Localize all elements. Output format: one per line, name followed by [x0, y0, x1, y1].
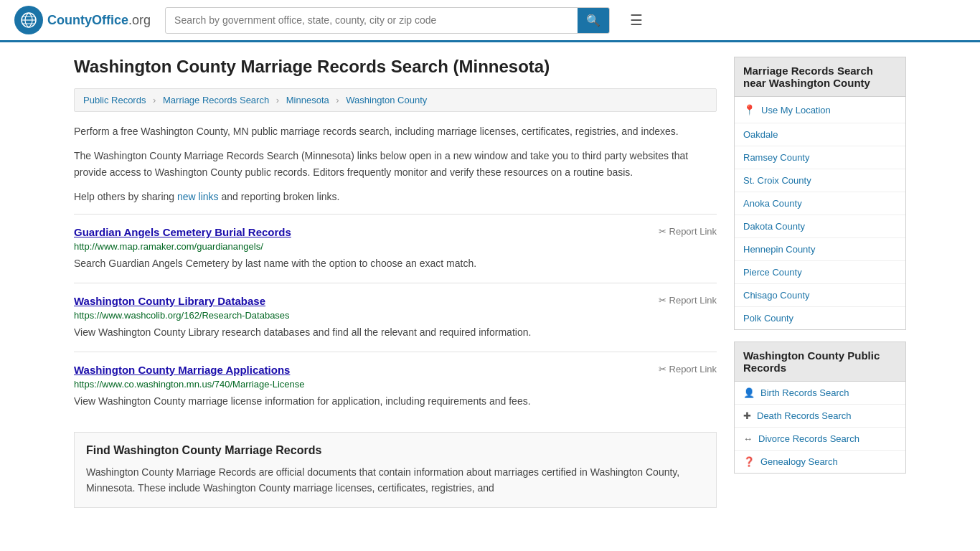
new-links-link[interactable]: new links — [177, 191, 219, 202]
record-list: Guardian Angels Cemetery Burial Records … — [74, 214, 717, 420]
nearby-link-stcroix[interactable]: St. Croix County — [743, 175, 811, 186]
nearby-link-chisago[interactable]: Chisago County — [743, 290, 810, 301]
site-logo[interactable]: CountyOffice.org — [14, 6, 151, 34]
breadcrumb: Public Records › Marriage Records Search… — [74, 88, 717, 112]
sidebar-nearby-body: 📍 Use My Location Oakdale Ramsey County … — [734, 97, 906, 330]
genealogy-search-link[interactable]: Genealogy Search — [760, 456, 838, 467]
report-link-btn-0[interactable]: Report Link — [659, 226, 717, 237]
find-section-text: Washington County Marriage Records are o… — [86, 464, 705, 496]
description-2: The Washington County Marriage Records S… — [74, 148, 717, 180]
scissor-icon — [659, 226, 666, 237]
search-input[interactable] — [166, 9, 578, 32]
record-title-2[interactable]: Washington County Marriage Applications — [74, 364, 290, 376]
record-item: Washington County Library Database Repor… — [74, 283, 717, 352]
nearby-link-hennepin[interactable]: Hennepin County — [743, 244, 815, 255]
sidebar-nearby-item: Chisago County — [735, 284, 905, 307]
nearby-link-polk[interactable]: Polk County — [743, 313, 793, 324]
find-section: Find Washington County Marriage Records … — [74, 432, 717, 509]
divorce-records-link[interactable]: Divorce Records Search — [758, 433, 859, 444]
find-section-title: Find Washington County Marriage Records — [86, 444, 705, 457]
sidebar-nearby-item: Oakdale — [735, 123, 905, 146]
scissor-icon — [659, 364, 666, 375]
report-link-btn-2[interactable]: Report Link — [659, 364, 717, 375]
sidebar-public-records-body: 👤 Birth Records Search ✚ Death Records S… — [734, 382, 906, 474]
death-records-link[interactable]: Death Records Search — [757, 410, 852, 421]
record-title-1[interactable]: Washington County Library Database — [74, 295, 265, 307]
breadcrumb-minnesota[interactable]: Minnesota — [286, 95, 329, 105]
scissor-icon — [659, 295, 666, 306]
search-button[interactable]: 🔍 — [578, 8, 609, 33]
sidebar-nearby-item: Pierce County — [735, 261, 905, 284]
record-item: Guardian Angels Cemetery Burial Records … — [74, 214, 717, 283]
arrows-icon: ↔ — [743, 433, 753, 444]
logo-icon — [14, 6, 43, 34]
page-title: Washington County Marriage Records Searc… — [74, 57, 717, 77]
record-title-0[interactable]: Guardian Angels Cemetery Burial Records — [74, 226, 291, 238]
logo-text: CountyOffice.org — [47, 13, 151, 28]
description-1: Perform a free Washington County, MN pub… — [74, 123, 717, 139]
sidebar-nearby-item: Anoka County — [735, 192, 905, 215]
sidebar-nearby-item: Dakota County — [735, 215, 905, 238]
search-bar: 🔍 — [165, 7, 610, 34]
record-desc-2: View Washington County marriage license … — [74, 394, 717, 409]
content-area: Washington County Marriage Records Searc… — [74, 57, 717, 508]
record-url-1: https://www.washcolib.org/162/Research-D… — [74, 310, 717, 321]
menu-button[interactable]: ☰ — [630, 11, 643, 29]
main-container: Washington County Marriage Records Searc… — [60, 42, 920, 522]
nearby-link-anoka[interactable]: Anoka County — [743, 198, 802, 209]
nearby-link-pierce[interactable]: Pierce County — [743, 267, 802, 278]
sidebar-pr-item: ❓ Genealogy Search — [735, 451, 905, 473]
cross-icon: ✚ — [743, 410, 751, 421]
location-pin-icon: 📍 — [743, 104, 755, 116]
person-icon: 👤 — [743, 387, 755, 398]
question-icon: ❓ — [743, 456, 755, 467]
sidebar-pr-item: 👤 Birth Records Search — [735, 382, 905, 405]
sidebar-nearby-section: Marriage Records Search near Washington … — [734, 57, 906, 330]
report-link-btn-1[interactable]: Report Link — [659, 295, 717, 306]
sidebar-public-records-title: Washington County Public Records — [734, 342, 906, 382]
description-3: Help others by sharing new links and rep… — [74, 189, 717, 204]
use-location-btn[interactable]: 📍 Use My Location — [735, 97, 905, 123]
sidebar-nearby-item: Ramsey County — [735, 146, 905, 169]
sidebar-public-records-section: Washington County Public Records 👤 Birth… — [734, 342, 906, 474]
breadcrumb-public-records[interactable]: Public Records — [83, 95, 146, 105]
sidebar-nearby-title: Marriage Records Search near Washington … — [734, 57, 906, 97]
nearby-link-dakota[interactable]: Dakota County — [743, 221, 805, 232]
nearby-link-ramsey[interactable]: Ramsey County — [743, 152, 809, 163]
record-item: Washington County Marriage Applications … — [74, 352, 717, 420]
site-header: CountyOffice.org 🔍 ☰ — [0, 0, 980, 42]
record-url-0: http://www.map.ramaker.com/guardianangel… — [74, 241, 717, 252]
breadcrumb-marriage-records-search[interactable]: Marriage Records Search — [163, 95, 269, 105]
birth-records-link[interactable]: Birth Records Search — [760, 387, 849, 398]
nearby-link-oakdale[interactable]: Oakdale — [743, 129, 778, 140]
sidebar-pr-item: ✚ Death Records Search — [735, 405, 905, 428]
sidebar-pr-item: ↔ Divorce Records Search — [735, 428, 905, 451]
sidebar-nearby-item: St. Croix County — [735, 169, 905, 192]
record-desc-0: Search Guardian Angels Cemetery by last … — [74, 256, 717, 271]
sidebar: Marriage Records Search near Washington … — [734, 57, 906, 508]
sidebar-nearby-item: Hennepin County — [735, 238, 905, 261]
breadcrumb-washington-county[interactable]: Washington County — [346, 95, 427, 105]
record-url-2: https://www.co.washington.mn.us/740/Marr… — [74, 379, 717, 390]
sidebar-nearby-item: Polk County — [735, 307, 905, 329]
record-desc-1: View Washington County Library research … — [74, 325, 717, 340]
